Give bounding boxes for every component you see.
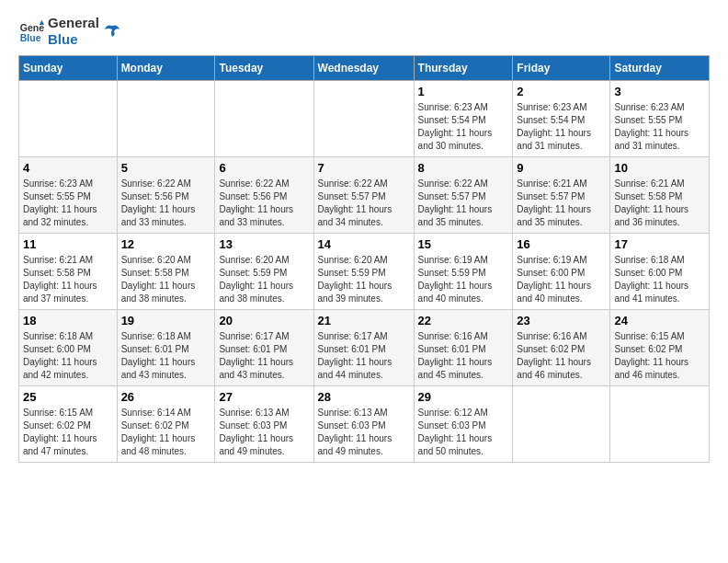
day-info: Sunrise: 6:16 AM Sunset: 6:02 PM Dayligh… [517,330,606,382]
col-header-sunday: Sunday [19,56,118,81]
day-number: 20 [219,314,309,327]
day-info: Sunrise: 6:23 AM Sunset: 5:54 PM Dayligh… [517,101,606,153]
logo: General Blue General Blue [18,15,121,48]
col-header-saturday: Saturday [610,56,710,81]
day-number: 17 [614,237,705,251]
day-number: 12 [121,237,211,251]
calendar-cell [19,81,118,157]
calendar-cell: 13Sunrise: 6:20 AM Sunset: 5:59 PM Dayli… [215,234,313,310]
calendar-cell: 5Sunrise: 6:22 AM Sunset: 5:56 PM Daylig… [117,157,215,234]
day-info: Sunrise: 6:20 AM Sunset: 5:59 PM Dayligh… [219,254,309,305]
calendar-cell: 15Sunrise: 6:19 AM Sunset: 5:59 PM Dayli… [414,234,513,310]
col-header-wednesday: Wednesday [313,56,414,81]
day-info: Sunrise: 6:18 AM Sunset: 6:00 PM Dayligh… [23,330,113,382]
day-number: 19 [121,314,211,327]
calendar-cell: 9Sunrise: 6:21 AM Sunset: 5:57 PM Daylig… [513,157,610,234]
col-header-tuesday: Tuesday [215,56,313,81]
calendar-cell: 7Sunrise: 6:22 AM Sunset: 5:57 PM Daylig… [313,157,414,234]
calendar-cell: 6Sunrise: 6:22 AM Sunset: 5:56 PM Daylig… [215,157,313,234]
calendar-cell: 22Sunrise: 6:16 AM Sunset: 6:01 PM Dayli… [414,310,513,386]
col-header-monday: Monday [117,56,215,81]
day-info: Sunrise: 6:22 AM Sunset: 5:56 PM Dayligh… [219,178,309,229]
day-info: Sunrise: 6:14 AM Sunset: 6:02 PM Dayligh… [121,407,211,458]
header-row: SundayMondayTuesdayWednesdayThursdayFrid… [19,56,710,81]
calendar-cell: 16Sunrise: 6:19 AM Sunset: 6:00 PM Dayli… [513,234,610,310]
week-row-1: 1Sunrise: 6:23 AM Sunset: 5:54 PM Daylig… [19,81,710,157]
day-info: Sunrise: 6:19 AM Sunset: 5:59 PM Dayligh… [418,254,509,305]
calendar-cell: 23Sunrise: 6:16 AM Sunset: 6:02 PM Dayli… [513,310,610,386]
calendar-cell [513,386,610,463]
day-info: Sunrise: 6:15 AM Sunset: 6:02 PM Dayligh… [614,330,705,382]
day-info: Sunrise: 6:23 AM Sunset: 5:55 PM Dayligh… [614,101,705,153]
calendar-cell: 4Sunrise: 6:23 AM Sunset: 5:55 PM Daylig… [19,157,118,234]
calendar-cell: 12Sunrise: 6:20 AM Sunset: 5:58 PM Dayli… [117,234,215,310]
col-header-friday: Friday [513,56,610,81]
day-info: Sunrise: 6:22 AM Sunset: 5:57 PM Dayligh… [318,178,410,229]
day-number: 8 [418,161,509,175]
day-number: 14 [318,237,410,251]
calendar-cell [215,81,313,157]
day-info: Sunrise: 6:22 AM Sunset: 5:57 PM Dayligh… [418,178,509,229]
calendar-cell: 8Sunrise: 6:22 AM Sunset: 5:57 PM Daylig… [414,157,513,234]
day-number: 5 [121,161,211,175]
day-info: Sunrise: 6:21 AM Sunset: 5:58 PM Dayligh… [23,254,113,305]
day-info: Sunrise: 6:20 AM Sunset: 5:58 PM Dayligh… [121,254,211,305]
day-info: Sunrise: 6:18 AM Sunset: 6:01 PM Dayligh… [121,330,211,382]
calendar-cell [610,386,710,463]
week-row-5: 25Sunrise: 6:15 AM Sunset: 6:02 PM Dayli… [19,386,710,463]
day-number: 11 [23,237,113,251]
day-info: Sunrise: 6:23 AM Sunset: 5:54 PM Dayligh… [418,101,509,153]
day-info: Sunrise: 6:12 AM Sunset: 6:03 PM Dayligh… [418,407,509,458]
day-number: 23 [517,314,606,327]
day-number: 2 [517,85,606,98]
day-info: Sunrise: 6:16 AM Sunset: 6:01 PM Dayligh… [418,330,509,382]
week-row-4: 18Sunrise: 6:18 AM Sunset: 6:00 PM Dayli… [19,310,710,386]
day-info: Sunrise: 6:15 AM Sunset: 6:02 PM Dayligh… [23,407,113,458]
day-info: Sunrise: 6:18 AM Sunset: 6:00 PM Dayligh… [614,254,705,305]
logo-icon: General Blue [18,18,44,44]
day-info: Sunrise: 6:13 AM Sunset: 6:03 PM Dayligh… [219,407,309,458]
day-number: 28 [318,390,410,404]
svg-text:Blue: Blue [20,32,41,43]
calendar-cell: 1Sunrise: 6:23 AM Sunset: 5:54 PM Daylig… [414,81,513,157]
day-info: Sunrise: 6:17 AM Sunset: 6:01 PM Dayligh… [318,330,410,382]
day-number: 29 [418,390,509,404]
calendar-cell: 21Sunrise: 6:17 AM Sunset: 6:01 PM Dayli… [313,310,414,386]
day-number: 9 [517,161,606,175]
calendar-cell: 3Sunrise: 6:23 AM Sunset: 5:55 PM Daylig… [610,81,710,157]
day-number: 26 [121,390,211,404]
day-number: 1 [418,85,509,98]
calendar-cell [117,81,215,157]
day-number: 27 [219,390,309,404]
day-number: 3 [614,85,705,98]
calendar-cell: 20Sunrise: 6:17 AM Sunset: 6:01 PM Dayli… [215,310,313,386]
day-number: 4 [23,161,113,175]
calendar-cell: 25Sunrise: 6:15 AM Sunset: 6:02 PM Dayli… [19,386,118,463]
calendar-cell [313,81,414,157]
logo-general: General [48,15,99,31]
calendar-cell: 29Sunrise: 6:12 AM Sunset: 6:03 PM Dayli… [414,386,513,463]
logo-bird-icon [103,22,121,40]
calendar-cell: 28Sunrise: 6:13 AM Sunset: 6:03 PM Dayli… [313,386,414,463]
day-info: Sunrise: 6:19 AM Sunset: 6:00 PM Dayligh… [517,254,606,305]
day-number: 7 [318,161,410,175]
calendar-cell: 19Sunrise: 6:18 AM Sunset: 6:01 PM Dayli… [117,310,215,386]
day-info: Sunrise: 6:20 AM Sunset: 5:59 PM Dayligh… [318,254,410,305]
day-number: 15 [418,237,509,251]
day-info: Sunrise: 6:17 AM Sunset: 6:01 PM Dayligh… [219,330,309,382]
calendar-table: SundayMondayTuesdayWednesdayThursdayFrid… [18,55,710,463]
day-number: 22 [418,314,509,327]
day-number: 25 [23,390,113,404]
calendar-cell: 24Sunrise: 6:15 AM Sunset: 6:02 PM Dayli… [610,310,710,386]
week-row-2: 4Sunrise: 6:23 AM Sunset: 5:55 PM Daylig… [19,157,710,234]
calendar-cell: 14Sunrise: 6:20 AM Sunset: 5:59 PM Dayli… [313,234,414,310]
day-info: Sunrise: 6:21 AM Sunset: 5:57 PM Dayligh… [517,178,606,229]
calendar-cell: 18Sunrise: 6:18 AM Sunset: 6:00 PM Dayli… [19,310,118,386]
week-row-3: 11Sunrise: 6:21 AM Sunset: 5:58 PM Dayli… [19,234,710,310]
calendar-cell: 27Sunrise: 6:13 AM Sunset: 6:03 PM Dayli… [215,386,313,463]
day-info: Sunrise: 6:23 AM Sunset: 5:55 PM Dayligh… [23,178,113,229]
day-number: 13 [219,237,309,251]
calendar-cell: 10Sunrise: 6:21 AM Sunset: 5:58 PM Dayli… [610,157,710,234]
day-number: 16 [517,237,606,251]
day-info: Sunrise: 6:13 AM Sunset: 6:03 PM Dayligh… [318,407,410,458]
